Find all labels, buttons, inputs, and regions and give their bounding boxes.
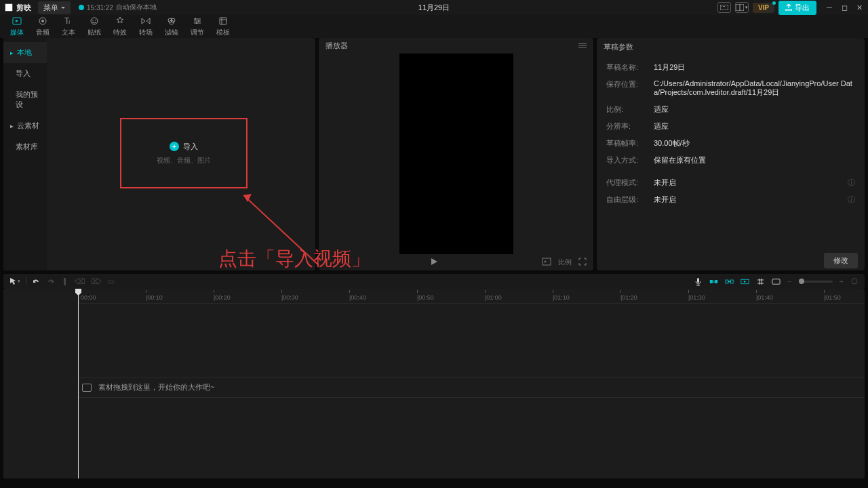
tab-template[interactable]: 模板 [210,16,236,37]
vip-badge[interactable]: VIP [753,3,774,13]
export-button[interactable]: 导出 [778,1,816,15]
layout-icon[interactable]: ▾ [735,2,749,13]
svg-rect-32 [772,279,780,283]
link-icon[interactable] [725,277,734,286]
player-fullscreen-icon[interactable] [578,258,587,267]
svg-rect-0 [720,5,728,10]
play-button[interactable] [430,258,438,267]
zoom-in-icon[interactable]: + [840,277,844,285]
ruler-tick: |01:20 [620,294,637,301]
prop-val-fps: 30.00帧/秒 [654,138,855,148]
zoom-slider[interactable] [799,281,833,283]
prop-val-ratio: 适应 [654,104,855,115]
player-controls: 比例 [319,254,593,270]
sidebar-item-preset[interactable]: 我的预设 [3,84,47,115]
sidebar-item-import[interactable]: 导入 [3,63,47,84]
player-panel: 播放器 比例 [319,38,593,270]
properties-header: 草稿参数 [597,38,865,56]
svg-point-13 [95,20,96,21]
svg-line-21 [243,195,321,268]
delete-right-icon: ⌦ [91,277,102,286]
split-icon [60,277,69,286]
clip-icon[interactable] [772,277,781,286]
playhead[interactable] [78,289,79,479]
export-icon [785,4,792,11]
import-dropzone[interactable]: + 导入 视频、音频、图片 [120,118,248,188]
properties-panel: 草稿参数 草稿名称:11月29日 保存位置:C:/Users/Administr… [597,38,865,270]
autosave-status: 15:31:22 自动保存本地 [79,3,157,12]
player-menu-icon[interactable] [578,43,587,48]
cut-tool-icon[interactable] [756,277,765,286]
sidebar-item-library[interactable]: 素材库 [3,136,47,157]
svg-point-12 [92,20,94,21]
ruler-tick: |01:10 [553,294,570,301]
player-canvas[interactable] [399,54,513,254]
logo-icon [4,3,14,12]
svg-point-19 [196,22,197,24]
ruler-tick: |00:20 [214,294,231,301]
info-icon[interactable]: ⓘ [848,195,855,205]
delete-left-icon: ⌫ [75,277,85,286]
prop-val-proxy: 未开启 [654,178,848,188]
preview-icon[interactable] [741,277,749,286]
titlebar-right: ▾ VIP 导出 ─ ◻ ✕ [717,1,864,15]
svg-rect-30 [728,281,731,282]
maximize-icon[interactable]: ◻ [840,3,849,12]
svg-rect-25 [697,278,699,283]
zoom-fit-icon[interactable] [850,277,859,286]
info-icon[interactable]: ⓘ [848,178,855,188]
plus-icon: + [170,142,179,151]
prop-label: 分辨率: [606,121,654,131]
media-sidebar: 本地 导入 我的预设 云素材 素材库 [3,38,47,270]
media-panel: 本地 导入 我的预设 云素材 素材库 + 导入 视频、音频、图片 [3,38,315,270]
svg-rect-20 [220,18,226,24]
zoom-out-icon[interactable]: − [787,277,791,285]
magnet-icon[interactable] [709,277,718,286]
modify-button[interactable]: 修改 [824,253,858,268]
svg-rect-27 [715,280,717,283]
prop-val-res: 适应 [654,121,855,131]
prop-label: 草稿帧率: [606,138,654,148]
timeline-panel: 00:00 |00:10 |00:20 |00:30 |00:40 |00:50… [3,289,865,479]
redo-icon [46,277,55,286]
sidebar-item-cloud[interactable]: 云素材 [3,115,47,136]
player-ratio-button[interactable]: 比例 [558,258,572,267]
tab-text[interactable]: TI文本 [56,16,81,37]
menu-button[interactable]: 菜单 [38,1,71,14]
minimize-icon[interactable]: ─ [825,3,834,12]
status-dot-icon [79,5,84,10]
sidebar-item-local[interactable]: 本地 [3,42,47,63]
tab-transition[interactable]: 转场 [133,16,159,37]
tab-effect[interactable]: 特效 [107,16,133,37]
svg-point-33 [852,279,857,284]
prop-label: 代理模式: [606,178,654,188]
ruler-tick: |00:30 [281,294,298,301]
player-original-icon[interactable] [542,258,551,267]
close-icon[interactable]: ✕ [854,3,864,12]
undo-icon[interactable] [32,277,41,286]
timeline-ruler[interactable]: 00:00 |00:10 |00:20 |00:30 |00:40 |00:50… [78,289,865,304]
main-panels: 本地 导入 我的预设 云素材 素材库 + 导入 视频、音频、图片 播放器 [0,38,868,270]
app-name: 剪映 [16,3,31,13]
tab-adjust[interactable]: 调节 [184,16,210,37]
timeline-placeholder[interactable]: 素材拖拽到这里，开始你的大作吧~ [82,382,214,392]
app-logo: 剪映 [4,3,31,13]
svg-rect-1 [722,6,722,7]
prop-label: 比例: [606,104,654,115]
ruler-tick: |01:50 [824,294,841,301]
tab-media[interactable]: 媒体 [4,16,30,37]
tab-sticker[interactable]: 贴纸 [81,16,107,37]
prop-val-layer: 未开启 [654,195,848,205]
tab-filter[interactable]: 滤镜 [159,16,184,37]
mic-icon[interactable] [694,277,703,286]
tab-audio[interactable]: 音频 [30,16,56,37]
svg-text:I: I [68,19,70,25]
delete-icon: ▭ [107,277,114,286]
keyboard-icon[interactable] [717,2,731,13]
ruler-tick: |00:50 [417,294,434,301]
svg-point-18 [198,20,199,22]
timeline-toolbar: ▾ ⌫ ⌦ ▭ − + [3,274,865,289]
pointer-tool-icon[interactable]: ▾ [9,277,20,286]
svg-marker-22 [243,194,252,202]
prop-label: 草稿名称: [606,62,654,73]
